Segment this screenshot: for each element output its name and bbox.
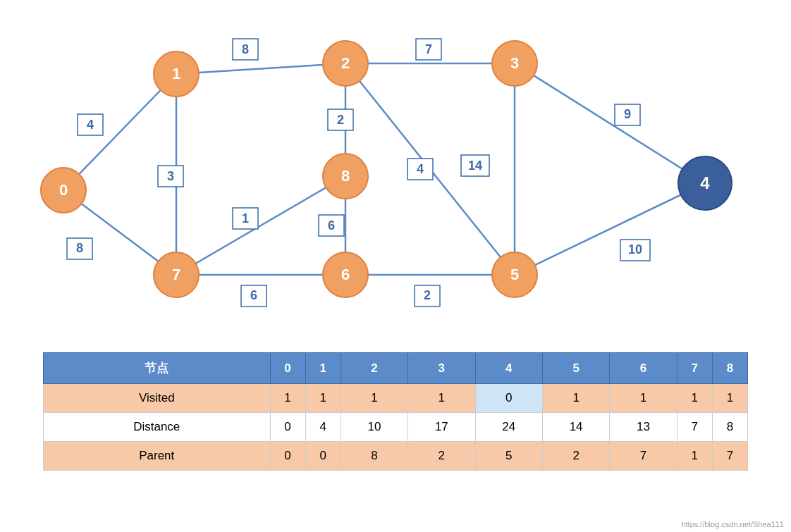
table-header-row: 节点 0 1 2 3 4 5 6 7 8	[44, 353, 748, 384]
data-table: 节点 0 1 2 3 4 5 6 7 8 Visited111101111Dis…	[43, 352, 748, 471]
col-header-1: 1	[305, 353, 341, 384]
cell-0-2: 1	[341, 384, 407, 413]
svg-line-7	[515, 63, 705, 183]
svg-text:2: 2	[424, 288, 431, 302]
svg-text:7: 7	[425, 42, 432, 56]
cell-1-1: 4	[305, 413, 341, 442]
row-label: Distance	[44, 413, 271, 442]
svg-text:8: 8	[242, 42, 249, 56]
table-row: Visited111101111	[44, 384, 748, 413]
cell-1-2: 10	[341, 413, 407, 442]
cell-2-2: 8	[341, 442, 407, 471]
cell-1-4: 24	[475, 413, 542, 442]
cell-2-8: 7	[712, 442, 747, 471]
svg-line-9	[515, 183, 705, 275]
table-row: Parent008252717	[44, 442, 748, 471]
cell-0-7: 1	[677, 384, 712, 413]
cell-1-7: 7	[677, 413, 712, 442]
svg-text:2: 2	[341, 54, 350, 72]
cell-0-3: 1	[408, 384, 475, 413]
cell-2-1: 0	[305, 442, 341, 471]
cell-0-1: 1	[305, 384, 341, 413]
cell-0-0: 1	[270, 384, 305, 413]
svg-text:0: 0	[59, 181, 68, 199]
cell-1-3: 17	[408, 413, 475, 442]
cell-2-6: 7	[610, 442, 677, 471]
col-header-8: 8	[712, 353, 747, 384]
col-header-7: 7	[677, 353, 712, 384]
col-header-3: 3	[408, 353, 475, 384]
cell-1-0: 0	[270, 413, 305, 442]
col-header-4: 4	[475, 353, 542, 384]
col-header-6: 6	[610, 353, 677, 384]
cell-0-8: 1	[712, 384, 747, 413]
svg-text:8: 8	[341, 167, 350, 185]
svg-text:4: 4	[700, 173, 710, 192]
svg-text:6: 6	[341, 266, 350, 283]
svg-text:8: 8	[76, 241, 83, 255]
watermark: https://blog.csdn.net/Shea111	[681, 520, 784, 528]
row-label: Visited	[44, 384, 271, 413]
cell-2-4: 5	[475, 442, 542, 471]
svg-text:4: 4	[417, 162, 424, 176]
svg-line-2	[176, 63, 345, 74]
cell-0-5: 1	[542, 384, 609, 413]
svg-text:1: 1	[172, 65, 180, 82]
row-label: Parent	[44, 442, 271, 471]
svg-text:1: 1	[242, 211, 249, 225]
svg-text:6: 6	[250, 288, 257, 302]
graph-svg: 4 8 8 3 2 7 4 9 14	[0, 0, 791, 345]
table-row: Distance04101724141378	[44, 413, 748, 442]
col-header-label: 节点	[44, 353, 271, 384]
cell-0-6: 1	[610, 384, 677, 413]
svg-text:3: 3	[510, 54, 519, 72]
svg-text:5: 5	[510, 266, 519, 283]
cell-1-5: 14	[542, 413, 609, 442]
cell-1-6: 13	[610, 413, 677, 442]
cell-0-4: 0	[475, 384, 542, 413]
svg-text:9: 9	[624, 107, 631, 121]
cell-1-8: 8	[712, 413, 747, 442]
cell-2-7: 1	[677, 442, 712, 471]
svg-text:10: 10	[628, 242, 642, 256]
cell-2-3: 2	[408, 442, 475, 471]
table-area: 节点 0 1 2 3 4 5 6 7 8 Visited111101111Dis…	[43, 352, 748, 471]
svg-text:7: 7	[172, 266, 180, 283]
col-header-5: 5	[542, 353, 609, 384]
svg-text:3: 3	[167, 169, 174, 183]
cell-2-5: 2	[542, 442, 609, 471]
svg-text:2: 2	[337, 113, 344, 127]
main-container: 4 8 8 3 2 7 4 9 14	[0, 0, 791, 532]
svg-text:14: 14	[468, 159, 482, 173]
svg-text:4: 4	[87, 118, 94, 132]
col-header-0: 0	[270, 353, 305, 384]
col-header-2: 2	[341, 353, 407, 384]
cell-2-0: 0	[270, 442, 305, 471]
svg-text:6: 6	[328, 218, 335, 233]
graph-area: 4 8 8 3 2 7 4 9 14	[0, 0, 791, 345]
